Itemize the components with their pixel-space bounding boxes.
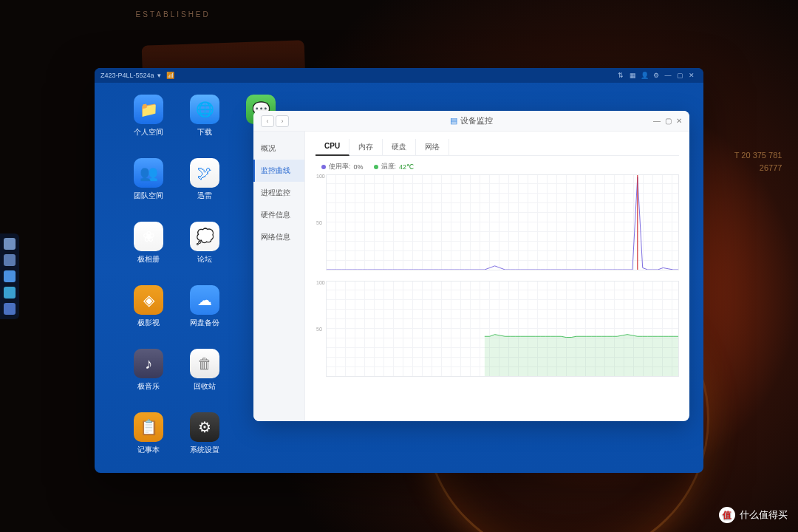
app-label: 极影视 <box>137 318 160 328</box>
app-icon: 🗑 <box>190 349 219 378</box>
desktop-icon-网盘备份[interactable]: ☁网盘备份 <box>179 285 231 328</box>
app-icon: 📋 <box>134 412 163 442</box>
cpu-temp-chart: 100 50 <box>326 281 679 377</box>
desktop-icon-下载[interactable]: 🌐下载 <box>179 95 231 137</box>
wallpaper-text: ESTABLISHED <box>136 10 211 18</box>
dock-item-1[interactable] <box>4 238 16 250</box>
dock-item-4[interactable] <box>4 287 16 299</box>
app-icon: ☁ <box>190 285 219 315</box>
nav-back-button[interactable]: ‹ <box>261 115 274 127</box>
sidebar-item-0[interactable]: 概况 <box>253 137 304 160</box>
app-icon: 🕊 <box>190 158 219 188</box>
minimize-icon[interactable]: — <box>664 72 672 79</box>
apps-icon[interactable]: ▦ <box>629 72 636 79</box>
chart-legend: 使用率: 0% 温度: 42℃ <box>316 162 679 171</box>
app-label: 下载 <box>197 127 212 137</box>
desktop-icon-个人空间[interactable]: 📁个人空间 <box>123 95 174 137</box>
nav-forward-button[interactable]: › <box>276 115 289 127</box>
transfer-icon[interactable]: ⇅ <box>617 72 624 79</box>
app-label: 网盘备份 <box>190 318 219 328</box>
tab-内存[interactable]: 内存 <box>349 139 383 155</box>
window-title: ▤ 设备监控 <box>289 115 653 126</box>
window-close-icon[interactable]: ✕ <box>676 117 682 125</box>
app-label: 论坛 <box>197 254 212 265</box>
app-label: 回收站 <box>194 381 216 392</box>
temp-dot-icon <box>374 165 378 169</box>
watermark: 值 什么值得买 <box>719 507 788 523</box>
device-monitor-window: ‹ › ▤ 设备监控 — ▢ ✕ 概况监控曲线进程监控硬件信息网络信息 CPU内… <box>253 111 689 421</box>
sidebar-item-2[interactable]: 进程监控 <box>253 182 304 204</box>
dock-item-3[interactable] <box>4 270 16 282</box>
app-label: 系统设置 <box>190 445 219 455</box>
app-label: 个人空间 <box>134 127 163 137</box>
app-icon: ◈ <box>134 285 163 315</box>
app-icon: 🌐 <box>190 95 219 124</box>
sidebar-item-3[interactable]: 硬件信息 <box>253 204 304 226</box>
desktop-icon-记事本[interactable]: 📋记事本 <box>123 412 174 455</box>
cpu-usage-chart: 100 50 <box>326 174 679 270</box>
tab-网络[interactable]: 网络 <box>416 139 449 155</box>
app-icon: ⚙ <box>190 412 219 442</box>
desktop-icon-系统设置[interactable]: ⚙系统设置 <box>179 412 231 455</box>
app-icon: 💭 <box>190 222 219 251</box>
tab-硬盘[interactable]: 硬盘 <box>383 139 416 155</box>
app-icon: ♪ <box>134 349 163 378</box>
hostname[interactable]: Z423-P4LL-5524a▾ <box>100 72 161 79</box>
user-icon[interactable]: 👤 <box>641 72 648 79</box>
topbar: Z423-P4LL-5524a▾ 📶 ⇅ ▦ 👤 ⚙ — ▢ ✕ <box>95 68 703 83</box>
desktop-icon-极音乐[interactable]: ♪极音乐 <box>123 349 174 392</box>
gear-icon[interactable]: ⚙ <box>652 72 660 79</box>
dock-item-5[interactable] <box>4 303 16 315</box>
dock-item-2[interactable] <box>4 254 16 266</box>
desktop-icon-论坛[interactable]: 💭论坛 <box>179 222 231 265</box>
wifi-icon[interactable]: 📶 <box>167 72 174 79</box>
app-label: 极音乐 <box>137 381 160 392</box>
desktop-icon-回收站[interactable]: 🗑回收站 <box>179 349 231 392</box>
monitor-icon: ▤ <box>450 116 457 126</box>
app-icon: 📁 <box>134 95 163 124</box>
side-dock <box>0 233 19 319</box>
monitor-content: CPU内存硬盘网络 使用率: 0% 温度: 42℃ 100 50 100 50 <box>305 132 689 421</box>
window-minimize-icon[interactable]: — <box>653 117 661 125</box>
app-icon: ❀ <box>134 222 163 251</box>
chevron-down-icon: ▾ <box>157 72 161 79</box>
desktop-window: Z423-P4LL-5524a▾ 📶 ⇅ ▦ 👤 ⚙ — ▢ ✕ 📁个人空间🌐下… <box>95 68 703 473</box>
desktop-icon-极相册[interactable]: ❀极相册 <box>123 222 174 265</box>
sidebar-item-4[interactable]: 网络信息 <box>253 226 304 248</box>
usage-dot-icon <box>321 165 326 169</box>
desktop-icon-极影视[interactable]: ◈极影视 <box>123 285 174 328</box>
close-icon[interactable]: ✕ <box>688 72 695 79</box>
window-maximize-icon[interactable]: ▢ <box>665 117 672 125</box>
window-titlebar: ‹ › ▤ 设备监控 — ▢ ✕ <box>253 111 689 132</box>
wallpaper-text-right: T 20 375 781 26777 <box>734 149 782 175</box>
metric-tabs: CPU内存硬盘网络 <box>316 139 679 156</box>
maximize-icon[interactable]: ▢ <box>676 72 683 79</box>
watermark-badge-icon: 值 <box>719 507 735 523</box>
sidebar-item-1[interactable]: 监控曲线 <box>253 160 304 182</box>
app-icon: 👥 <box>134 158 163 188</box>
app-label: 记事本 <box>137 445 160 455</box>
app-label: 迅雷 <box>197 191 212 201</box>
desktop-icon-团队空间[interactable]: 👥团队空间 <box>123 158 174 201</box>
tab-CPU[interactable]: CPU <box>316 139 349 156</box>
desktop-icon-迅雷[interactable]: 🕊迅雷 <box>179 158 231 201</box>
app-label: 团队空间 <box>134 191 163 201</box>
app-label: 极相册 <box>137 254 160 265</box>
monitor-sidebar: 概况监控曲线进程监控硬件信息网络信息 <box>253 132 305 421</box>
